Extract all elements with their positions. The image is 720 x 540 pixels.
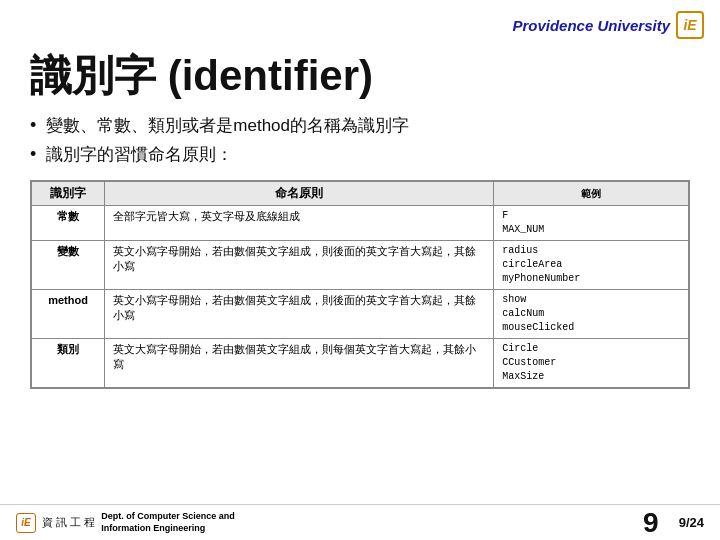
row-rule-constant: 全部字元皆大寫，英文字母及底線組成 xyxy=(105,206,494,241)
page-title: 識別字 (identifier) xyxy=(0,44,720,114)
row-rule-method: 英文小寫字母開始，若由數個英文字組成，則後面的英文字首大寫起，其餘小寫 xyxy=(105,290,494,339)
title-chinese: 識別字 xyxy=(30,52,156,99)
col-header-rule: 命名原則 xyxy=(105,182,494,206)
bullet-dot-2: • xyxy=(30,144,36,165)
slide-number: 9/24 xyxy=(679,515,704,530)
footer-logo-box: iE xyxy=(16,513,36,533)
slide-number-big: 9 xyxy=(643,507,659,539)
university-name: Providence University xyxy=(512,17,670,34)
footer-dept-line1: Dept. of Computer Science and xyxy=(101,511,235,523)
bullet-dot-1: • xyxy=(30,115,36,136)
title-english: (identifier) xyxy=(168,52,373,99)
table-row: 變數 英文小寫字母開始，若由數個英文字組成，則後面的英文字首大寫起，其餘小寫 r… xyxy=(32,241,689,290)
row-type-variable: 變數 xyxy=(32,241,105,290)
table-row: 類別 英文大寫字母開始，若由數個英文字組成，則每個英文字首大寫起，其餘小寫 Ci… xyxy=(32,339,689,388)
footer-chinese-label: 資 訊 工 程 xyxy=(42,515,95,530)
footer-left: iE 資 訊 工 程 Dept. of Computer Science and… xyxy=(16,511,235,534)
col-header-example: 範例 xyxy=(494,182,689,206)
row-example-method: showcalcNummouseClicked xyxy=(494,290,689,339)
row-rule-class: 英文大寫字母開始，若由數個英文字組成，則每個英文字首大寫起，其餘小寫 xyxy=(105,339,494,388)
row-example-constant: FMAX_NUM xyxy=(494,206,689,241)
header: Providence University iE xyxy=(0,0,720,44)
footer-chinese: 資 訊 工 程 xyxy=(42,515,95,530)
row-type-method: method xyxy=(32,290,105,339)
table-header-row: 識別字 命名原則 範例 xyxy=(32,182,689,206)
row-example-variable: radiuscircleAreamyPhoneNumber xyxy=(494,241,689,290)
bullet-item-2: • 識別字的習慣命名原則： xyxy=(30,143,690,166)
col-header-type: 識別字 xyxy=(32,182,105,206)
table-container: 識別字 命名原則 範例 常數 全部字元皆大寫，英文字母及底線組成 FMAX_NU… xyxy=(30,180,690,389)
identifier-table: 識別字 命名原則 範例 常數 全部字元皆大寫，英文字母及底線組成 FMAX_NU… xyxy=(31,181,689,388)
row-example-class: CircleCCustomerMaxSize xyxy=(494,339,689,388)
bullet-item-1: • 變數、常數、類別或者是method的名稱為識別字 xyxy=(30,114,690,137)
bullet-text-1: 變數、常數、類別或者是method的名稱為識別字 xyxy=(46,114,409,137)
university-logo: iE xyxy=(676,11,704,39)
bullet-text-2: 識別字的習慣命名原則： xyxy=(46,143,233,166)
table-row: 常數 全部字元皆大寫，英文字母及底線組成 FMAX_NUM xyxy=(32,206,689,241)
bullet-section: • 變數、常數、類別或者是method的名稱為識別字 • 識別字的習慣命名原則： xyxy=(0,114,720,166)
footer-dept: Dept. of Computer Science and Informatio… xyxy=(101,511,235,534)
footer-dept-line2: Information Engineering xyxy=(101,523,235,535)
footer-logo: iE xyxy=(16,513,36,533)
row-type-constant: 常數 xyxy=(32,206,105,241)
row-type-class: 類別 xyxy=(32,339,105,388)
footer: iE 資 訊 工 程 Dept. of Computer Science and… xyxy=(0,504,720,540)
row-rule-variable: 英文小寫字母開始，若由數個英文字組成，則後面的英文字首大寫起，其餘小寫 xyxy=(105,241,494,290)
table-row: method 英文小寫字母開始，若由數個英文字組成，則後面的英文字首大寫起，其餘… xyxy=(32,290,689,339)
